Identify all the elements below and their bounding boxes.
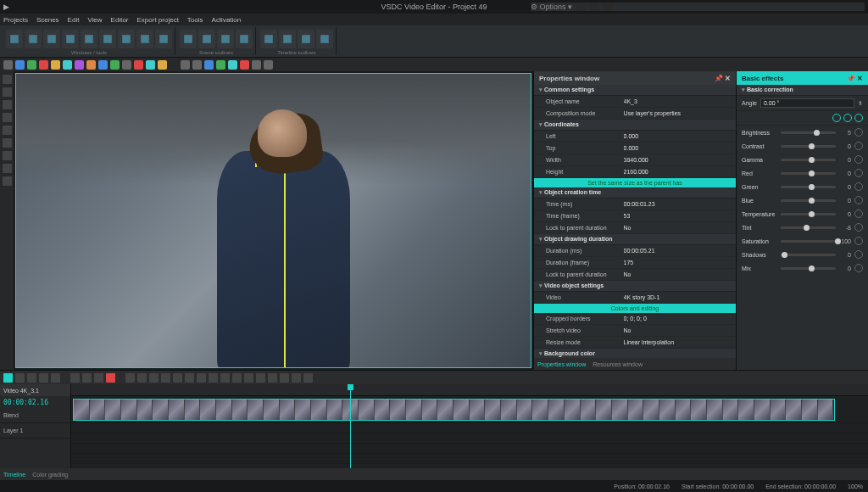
slider-track[interactable] (781, 172, 836, 175)
slider-track[interactable] (781, 240, 836, 243)
hand-tool[interactable] (3, 151, 12, 160)
prop-row[interactable]: Cropped borders0; 0; 0; 0 (534, 313, 736, 325)
menu-editor[interactable]: Editor (111, 16, 129, 24)
prop-row[interactable]: Object name4K_3 (534, 96, 736, 108)
menu-activation[interactable]: Activation (212, 16, 242, 24)
reset-icon[interactable] (854, 250, 863, 259)
fx-button[interactable] (244, 373, 253, 383)
prop-row[interactable]: Video4K story 3D-1 (534, 292, 736, 304)
play-button[interactable] (3, 373, 13, 383)
prop-banner-button[interactable]: Set the same size as the parent has (534, 178, 736, 187)
reset-icon[interactable] (854, 142, 863, 150)
timeline-tracks[interactable] (71, 384, 868, 468)
slider-thumb[interactable] (809, 157, 815, 163)
tool-icon[interactable] (51, 60, 60, 70)
cut-button[interactable] (125, 373, 135, 383)
prop-value[interactable]: 53 (624, 211, 731, 221)
tool-icon[interactable] (122, 60, 131, 70)
slider-thumb[interactable] (809, 143, 815, 149)
tab-timeline[interactable]: Timeline (3, 472, 25, 478)
prop-row[interactable]: Stretch videoNo (534, 325, 736, 337)
color-tool[interactable] (3, 164, 12, 173)
angle-input[interactable] (760, 98, 854, 108)
prop-row[interactable]: Resize modeLinear interpolation (534, 337, 736, 349)
menu-projects[interactable]: Projects (3, 16, 28, 24)
ribbon-zoom-tools[interactable] (236, 30, 253, 48)
menu-scenes[interactable]: Scenes (36, 16, 59, 24)
prop-banner-button[interactable]: Colors and editing (534, 304, 736, 313)
prop-row[interactable]: Composition modeUse layer's properties (534, 108, 736, 120)
tool-icon[interactable] (158, 60, 167, 70)
prop-value[interactable]: 4K_3 (624, 97, 731, 106)
slider-thumb[interactable] (809, 198, 815, 204)
slider-track[interactable] (781, 226, 836, 229)
tool-icon[interactable] (252, 60, 261, 70)
ribbon-projects-explorer[interactable] (6, 30, 23, 48)
reset-icon[interactable] (854, 210, 863, 218)
menu-tools[interactable]: Tools (187, 16, 203, 24)
cursor-tool[interactable] (3, 75, 12, 84)
ribbon-zoom-tools[interactable] (260, 30, 277, 48)
prop-value[interactable]: 2160.000 (624, 167, 731, 176)
ribbon-blend-tools[interactable] (316, 30, 333, 48)
tool-icon[interactable] (204, 60, 214, 70)
reset-icon[interactable] (854, 128, 863, 137)
timeline-ruler[interactable] (71, 384, 868, 396)
prop-section[interactable]: Video object settings (534, 281, 736, 292)
panel-pin-icon[interactable]: 📌 ✕ (847, 75, 863, 82)
tab-color-grading[interactable]: Color grading (32, 472, 68, 478)
prop-value[interactable]: No (624, 223, 731, 232)
slider-track[interactable] (781, 199, 836, 202)
tool-icon[interactable] (15, 60, 25, 70)
prop-section[interactable]: Background color (534, 349, 736, 358)
panel-pin-icon[interactable]: 📌 ✕ (715, 75, 731, 82)
ribbon-playback-tools[interactable] (279, 30, 296, 48)
prop-row[interactable]: Height2160.000 (534, 166, 736, 178)
stop-button[interactable] (15, 373, 25, 383)
prop-section[interactable]: Common settings (534, 85, 736, 96)
link-button[interactable] (161, 373, 170, 383)
slider-thumb[interactable] (809, 171, 815, 176)
ribbon-layer-tools[interactable] (217, 30, 234, 48)
slider-thumb[interactable] (809, 211, 815, 217)
reset-icon[interactable] (854, 169, 863, 177)
lock-button[interactable] (303, 373, 313, 383)
tool-icon[interactable] (146, 60, 155, 70)
zoom-out-button[interactable] (82, 373, 92, 383)
reset-icon[interactable] (854, 196, 863, 204)
timeline-clip[interactable] (73, 399, 835, 421)
prop-value[interactable]: 3840.000 (624, 155, 731, 165)
prop-value[interactable]: Linear interpolation (624, 338, 731, 347)
tool-icon[interactable] (3, 60, 13, 70)
tool-icon[interactable] (75, 60, 84, 70)
basic-correction-section[interactable]: Basic correction (737, 85, 868, 96)
tool-icon[interactable] (27, 60, 36, 70)
group-button[interactable] (173, 373, 182, 383)
prop-row[interactable]: Width3840.000 (534, 154, 736, 166)
slider-thumb[interactable] (814, 130, 820, 136)
rotate-right-icon[interactable] (843, 114, 852, 122)
ribbon-license[interactable] (155, 30, 172, 48)
slider-track[interactable] (781, 131, 836, 134)
slider-thumb[interactable] (835, 238, 841, 244)
reset-icon[interactable] (854, 223, 863, 232)
reset-icon[interactable] (854, 237, 863, 245)
snap-button[interactable] (209, 373, 218, 383)
video-preview[interactable] (15, 73, 531, 368)
maximize-button[interactable] (589, 3, 599, 11)
ungroup-button[interactable] (185, 373, 194, 383)
marker-button[interactable] (197, 373, 206, 383)
prop-row[interactable]: Duration (ms)00:00:05.21 (534, 245, 736, 257)
slider-track[interactable] (781, 254, 836, 256)
options-link[interactable]: ⚙ Options ▾ (531, 3, 572, 11)
prop-row[interactable]: Left0.000 (534, 131, 736, 143)
record-button[interactable] (106, 373, 115, 383)
tool-icon[interactable] (39, 60, 48, 70)
fit-button[interactable] (94, 373, 103, 383)
ribbon-objects-explorer[interactable] (25, 30, 42, 48)
track-label-layer1[interactable]: Layer 1 (0, 423, 70, 439)
tool-icon[interactable] (216, 60, 225, 70)
loop-button[interactable] (51, 373, 60, 383)
ribbon-align-tools[interactable] (198, 30, 215, 48)
ribbon-resources[interactable] (62, 30, 79, 48)
